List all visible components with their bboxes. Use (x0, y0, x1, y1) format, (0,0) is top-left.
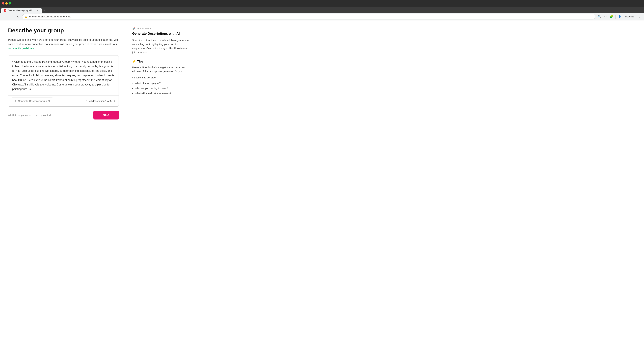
footer-row: All AI descriptions have been provided N… (8, 111, 119, 119)
browser-frame: M Create a Meetup group - Meet... ✕ + ← … (0, 0, 644, 20)
list-item: What will you do at your events? (132, 91, 189, 96)
extensions-button[interactable]: 🧩 (609, 14, 614, 19)
list-item: What's the group goal? (132, 81, 189, 86)
toolbar-icons: 🔍 ☆ 🧩 👤 Incognito ⋮ (597, 14, 642, 19)
browser-titlebar (0, 0, 644, 7)
ai-status-text: All AI descriptions have been provided (8, 114, 51, 116)
rocket-icon: 🚀 (132, 27, 136, 30)
feature-title: Generate Descriptions with AI (132, 32, 189, 35)
toolbar-divider (616, 15, 616, 19)
lightning-icon: ⚡ (132, 60, 136, 63)
new-tab-button[interactable]: + (42, 8, 47, 13)
generate-description-button[interactable]: ✦ Generate Description with AI (11, 97, 53, 104)
window-controls (2, 2, 11, 4)
community-guidelines-link[interactable]: community guidelines (8, 47, 34, 50)
left-column: Describe your group People will see this… (8, 27, 119, 119)
tips-list: What's the group goal? Who are you hopin… (132, 81, 189, 96)
bookmark-button[interactable]: ☆ (603, 14, 608, 19)
ai-description-counter: AI description 1 of 3 (89, 99, 112, 102)
page-description: People will see this when we promote you… (8, 38, 119, 51)
description-textarea-wrapper: Welcome to the Chicago Painting Meetup G… (8, 55, 119, 107)
tab-title: Create a Meetup group - Meet... (8, 9, 35, 11)
right-column: 🚀 NEW FEATURE Generate Descriptions with… (132, 27, 189, 119)
ai-navigation: ‹ AI description 1 of 3 › (85, 98, 116, 103)
feature-description: Save time, attract more members! Auto-ge… (132, 38, 189, 54)
tips-section: ⚡ Tips Use our AI tool to help you get s… (132, 60, 189, 96)
forward-button[interactable]: → (9, 14, 14, 19)
incognito-label: Incognito (623, 15, 636, 18)
sparkle-icon: ✦ (14, 99, 16, 103)
description-textarea[interactable]: Welcome to the Chicago Painting Meetup G… (8, 55, 118, 95)
bottom-toolbar: ✦ Generate Description with AI ‹ AI desc… (8, 95, 118, 106)
new-feature-label: NEW FEATURE (137, 28, 152, 30)
description-period: . (34, 47, 34, 50)
page-title: Describe your group (8, 27, 119, 34)
ai-prev-button[interactable]: ‹ (85, 98, 87, 103)
new-feature-badge: 🚀 NEW FEATURE (132, 27, 189, 30)
reload-button[interactable]: ↻ (16, 14, 21, 19)
ai-next-button[interactable]: › (114, 98, 116, 103)
tips-questions: Questions to consider: (132, 76, 189, 79)
tips-description: Use our AI tool to help you get started.… (132, 65, 189, 73)
browser-toolbar: ← → ↻ 🔒 meetup.com/start/description?ori… (0, 13, 644, 20)
tab-favicon: M (4, 9, 6, 11)
tab-bar: M Create a Meetup group - Meet... ✕ + (0, 7, 644, 13)
tips-title: ⚡ Tips (132, 60, 189, 63)
active-tab[interactable]: M Create a Meetup group - Meet... ✕ (1, 8, 42, 13)
back-button[interactable]: ← (2, 14, 8, 19)
address-bar[interactable]: 🔒 meetup.com/start/description?origin=gr… (22, 14, 595, 19)
profile-button[interactable]: 👤 (617, 14, 622, 19)
description-text-1: People will see this when we promote you… (8, 38, 118, 45)
menu-button[interactable]: ⋮ (636, 14, 642, 19)
generate-btn-label: Generate Description with AI (18, 99, 50, 102)
tips-title-text: Tips (137, 60, 144, 63)
next-button[interactable]: Next (94, 111, 119, 119)
tab-close-button[interactable]: ✕ (36, 9, 39, 12)
close-window-button[interactable] (2, 2, 4, 4)
list-item: Who are you hoping to meet? (132, 86, 189, 91)
url-text: meetup.com/start/description?origin=grou… (28, 15, 593, 18)
maximize-window-button[interactable] (9, 2, 11, 4)
minimize-window-button[interactable] (5, 2, 8, 4)
page-content: Describe your group People will see this… (0, 20, 644, 130)
search-button[interactable]: 🔍 (597, 14, 602, 19)
lock-icon: 🔒 (24, 15, 27, 18)
